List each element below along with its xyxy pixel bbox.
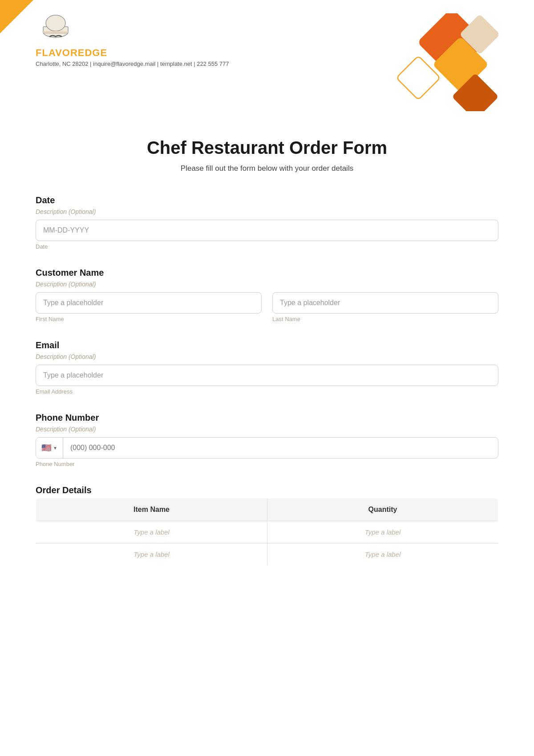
name-fields-row: First Name Last Name xyxy=(36,292,498,322)
customer-name-section: Customer Name Description (Optional) Fir… xyxy=(36,268,498,322)
phone-input-row: 🇺🇸 ▼ xyxy=(36,437,498,458)
quantity-cell-2: Type a label xyxy=(267,543,498,566)
item-name-header: Item Name xyxy=(36,499,267,521)
date-label: Date xyxy=(36,195,498,205)
svg-rect-7 xyxy=(396,56,441,100)
us-flag-icon: 🇺🇸 xyxy=(41,443,51,453)
first-name-sublabel: First Name xyxy=(36,316,262,322)
date-section: Date Description (Optional) Date xyxy=(36,195,498,250)
item-name-cell-1: Type a label xyxy=(36,521,267,543)
last-name-input[interactable] xyxy=(272,292,498,314)
first-name-col: First Name xyxy=(36,292,262,322)
phone-section: Phone Number Description (Optional) 🇺🇸 ▼… xyxy=(36,413,498,467)
quantity-header: Quantity xyxy=(267,499,498,521)
brand-name: FLAVOREDGE xyxy=(36,47,107,59)
page-header: FLAVOREDGE Charlotte, NC 28202 | inquire… xyxy=(0,0,534,120)
table-row: Type a label Type a label xyxy=(36,543,498,566)
logo-section: FLAVOREDGE Charlotte, NC 28202 | inquire… xyxy=(36,13,229,67)
table-row: Type a label Type a label xyxy=(36,521,498,543)
email-label: Email xyxy=(36,340,498,350)
svg-point-2 xyxy=(46,15,65,31)
customer-name-desc: Description (Optional) xyxy=(36,281,498,288)
customer-name-label: Customer Name xyxy=(36,268,498,278)
deco-shapes-right xyxy=(356,13,498,111)
first-name-input[interactable] xyxy=(36,292,262,314)
phone-label: Phone Number xyxy=(36,413,498,423)
last-name-col: Last Name xyxy=(272,292,498,322)
email-sublabel: Email Address xyxy=(36,388,498,395)
logo-icon xyxy=(36,13,76,44)
order-details-section: Order Details Item Name Quantity Type a … xyxy=(36,485,498,566)
order-table: Item Name Quantity Type a label Type a l… xyxy=(36,498,498,566)
svg-rect-3 xyxy=(43,31,68,33)
item-name-cell-2: Type a label xyxy=(36,543,267,566)
date-sublabel: Date xyxy=(36,243,498,250)
form-subtitle: Please fill out the form below with your… xyxy=(36,164,498,173)
date-desc: Description (Optional) xyxy=(36,208,498,215)
main-content: Chef Restaurant Order Form Please fill o… xyxy=(0,120,534,610)
form-title: Chef Restaurant Order Form xyxy=(36,138,498,158)
phone-input[interactable] xyxy=(63,438,498,458)
phone-sublabel: Phone Number xyxy=(36,461,498,467)
chevron-down-icon: ▼ xyxy=(53,446,57,450)
brand-info: Charlotte, NC 28202 | inquire@flavoredge… xyxy=(36,60,229,67)
table-header-row: Item Name Quantity xyxy=(36,499,498,521)
email-desc: Description (Optional) xyxy=(36,353,498,360)
phone-desc: Description (Optional) xyxy=(36,426,498,433)
quantity-cell-1: Type a label xyxy=(267,521,498,543)
date-input[interactable] xyxy=(36,220,498,241)
last-name-sublabel: Last Name xyxy=(272,316,498,322)
country-selector[interactable]: 🇺🇸 ▼ xyxy=(36,438,63,458)
email-input[interactable] xyxy=(36,365,498,386)
email-section: Email Description (Optional) Email Addre… xyxy=(36,340,498,395)
order-details-label: Order Details xyxy=(36,485,498,495)
